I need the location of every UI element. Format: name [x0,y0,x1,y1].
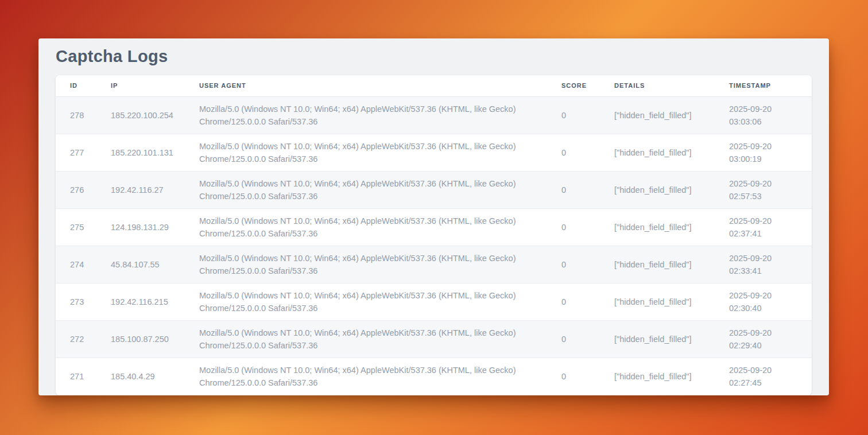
cell-timestamp: 2025-09-20 03:00:19 [729,134,812,171]
table-header: ID IP USER AGENT SCORE DETAILS TIMESTAMP [56,75,812,96]
column-header-timestamp: TIMESTAMP [729,75,812,96]
cell-ip: 185.40.4.29 [111,358,199,395]
cell-ip: 124.198.131.29 [111,208,199,246]
cell-details: ["hidden_field_filled"] [614,246,729,283]
cell-user-agent: Mozilla/5.0 (Windows NT 10.0; Win64; x64… [199,171,561,208]
table-row: 277 185.220.101.131 Mozilla/5.0 (Windows… [56,134,812,171]
cell-ip: 185.100.87.250 [111,320,199,358]
cell-user-agent: Mozilla/5.0 (Windows NT 10.0; Win64; x64… [199,246,561,283]
column-header-score: SCORE [561,75,614,96]
cell-timestamp: 2025-09-20 03:03:06 [729,96,812,134]
table-row: 271 185.40.4.29 Mozilla/5.0 (Windows NT … [56,358,812,395]
cell-ip: 192.42.116.215 [111,283,199,320]
column-header-id: ID [56,75,111,96]
cell-user-agent: Mozilla/5.0 (Windows NT 10.0; Win64; x64… [199,283,561,320]
column-header-ip: IP [111,75,199,96]
cell-user-agent: Mozilla/5.0 (Windows NT 10.0; Win64; x64… [199,320,561,358]
table-row: 272 185.100.87.250 Mozilla/5.0 (Windows … [56,320,812,358]
cell-ip: 185.220.101.131 [111,134,199,171]
column-header-details: DETAILS [614,75,729,96]
header-row: ID IP USER AGENT SCORE DETAILS TIMESTAMP [56,75,812,96]
column-header-user-agent: USER AGENT [199,75,561,96]
cell-details: ["hidden_field_filled"] [614,283,729,320]
captcha-logs-table: ID IP USER AGENT SCORE DETAILS TIMESTAMP… [56,75,812,395]
cell-timestamp: 2025-09-20 02:57:53 [729,171,812,208]
page-title: Captcha Logs [56,47,812,66]
cell-score: 0 [561,134,614,171]
cell-user-agent: Mozilla/5.0 (Windows NT 10.0; Win64; x64… [199,208,561,246]
cell-details: ["hidden_field_filled"] [614,358,729,395]
logs-table-container: ID IP USER AGENT SCORE DETAILS TIMESTAMP… [56,75,812,395]
cell-score: 0 [561,283,614,320]
cell-id: 276 [56,171,111,208]
cell-id: 277 [56,134,111,171]
cell-id: 271 [56,358,111,395]
captcha-logs-card: Captcha Logs ID IP USER AGENT SCORE DETA… [38,38,829,395]
cell-score: 0 [561,96,614,134]
cell-details: ["hidden_field_filled"] [614,96,729,134]
table-row: 275 124.198.131.29 Mozilla/5.0 (Windows … [56,208,812,246]
cell-details: ["hidden_field_filled"] [614,208,729,246]
cell-details: ["hidden_field_filled"] [614,320,729,358]
cell-details: ["hidden_field_filled"] [614,171,729,208]
cell-user-agent: Mozilla/5.0 (Windows NT 10.0; Win64; x64… [199,96,561,134]
cell-user-agent: Mozilla/5.0 (Windows NT 10.0; Win64; x64… [199,358,561,395]
table-row: 274 45.84.107.55 Mozilla/5.0 (Windows NT… [56,246,812,283]
table-body: 278 185.220.100.254 Mozilla/5.0 (Windows… [56,96,812,395]
table-row: 276 192.42.116.27 Mozilla/5.0 (Windows N… [56,171,812,208]
cell-user-agent: Mozilla/5.0 (Windows NT 10.0; Win64; x64… [199,134,561,171]
cell-details: ["hidden_field_filled"] [614,134,729,171]
cell-score: 0 [561,320,614,358]
cell-timestamp: 2025-09-20 02:27:45 [729,358,812,395]
table-row: 273 192.42.116.215 Mozilla/5.0 (Windows … [56,283,812,320]
cell-ip: 45.84.107.55 [111,246,199,283]
cell-ip: 192.42.116.27 [111,171,199,208]
cell-score: 0 [561,246,614,283]
cell-score: 0 [561,358,614,395]
cell-score: 0 [561,171,614,208]
cell-id: 278 [56,96,111,134]
cell-timestamp: 2025-09-20 02:30:40 [729,283,812,320]
cell-id: 275 [56,208,111,246]
cell-id: 274 [56,246,111,283]
cell-timestamp: 2025-09-20 02:37:41 [729,208,812,246]
cell-score: 0 [561,208,614,246]
cell-timestamp: 2025-09-20 02:29:40 [729,320,812,358]
cell-id: 272 [56,320,111,358]
cell-id: 273 [56,283,111,320]
table-row: 278 185.220.100.254 Mozilla/5.0 (Windows… [56,96,812,134]
cell-ip: 185.220.100.254 [111,96,199,134]
cell-timestamp: 2025-09-20 02:33:41 [729,246,812,283]
desktop-background: { "page": { "title": "Captcha Logs" }, "… [0,0,868,435]
